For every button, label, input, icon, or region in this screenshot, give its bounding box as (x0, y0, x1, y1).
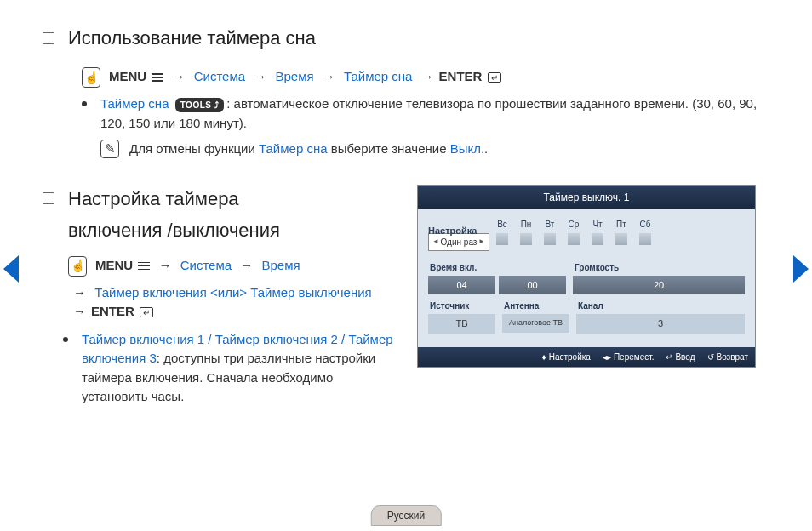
tv-preview-panel: Таймер выключ. 1 Настройка Вс Пн Вт Ср Ч… (417, 185, 756, 368)
chevron-left-icon: ◄ (432, 237, 439, 247)
tv-days: Вс Пн Вт Ср Чт Пт Сб (496, 218, 651, 245)
breadcrumb-text-2: MENU → Система → Время (95, 256, 300, 276)
tv-setup-value: Один раз (441, 236, 477, 248)
crumb-off-timer: Таймер выключения (250, 285, 371, 300)
tv-footer-label: Ввод (675, 351, 695, 363)
updown-icon: ♦ (542, 351, 546, 363)
tv-footer-move: ◂▸Перемест. (603, 351, 655, 363)
day-col: Вт (544, 218, 556, 245)
page-content: Использование таймера сна ☝ MENU → Систе… (0, 0, 812, 422)
section1-desc-row: Таймер сна TOOLS ⤴: автоматическое отклю… (82, 94, 769, 133)
tv-footer-return: ↺Возврат (707, 351, 749, 363)
crumb-on-timer: Таймер включения (94, 285, 207, 300)
section2-header: Настройка таймера (43, 185, 400, 213)
bullet-icon (82, 101, 87, 106)
day-col: Пт (615, 218, 627, 245)
tv-footer-label: Возврат (717, 351, 749, 363)
section1-note: Для отмены функции Таймер сна выберите з… (129, 140, 488, 159)
day-col: Ср (568, 218, 580, 245)
language-tab[interactable]: Русский (371, 505, 442, 526)
day-label: Вс (497, 218, 507, 231)
day-box[interactable] (568, 233, 580, 245)
crumb-system: Система (180, 258, 232, 272)
tv-antenna-label: Антенна (502, 300, 569, 312)
day-label: Ср (569, 218, 580, 231)
tv-footer-enter: ↵Ввод (666, 351, 695, 363)
note-mid: выберите значение (328, 141, 450, 156)
menu-icon (152, 73, 163, 82)
day-label: Пн (521, 218, 532, 231)
bullet-icon (63, 337, 68, 342)
chevron-right-icon: ► (478, 237, 485, 247)
enter-icon (488, 72, 501, 83)
tools-label: TOOLS (180, 100, 212, 110)
section1-note-row: ✎ Для отмены функции Таймер сна выберите… (100, 140, 769, 159)
section-bullet-icon (43, 32, 54, 44)
crumb-time: Время (261, 258, 300, 272)
tv-on-time-label: Время вкл. (428, 261, 566, 274)
crumb-menu: MENU (95, 258, 133, 272)
crumb-time: Время (275, 69, 313, 83)
tv-source-field[interactable]: ТВ (428, 314, 495, 334)
section1-title: Использование таймера сна (68, 24, 316, 52)
day-label: Сб (640, 218, 651, 231)
note-pre: Для отмены функции (129, 141, 259, 156)
tv-footer-label: Настройка (549, 351, 591, 363)
day-box[interactable] (520, 233, 532, 245)
day-label: Пт (616, 218, 626, 231)
note-off: Выкл. (450, 141, 484, 156)
tv-title: Таймер выключ. 1 (418, 186, 755, 209)
day-col: Сб (639, 218, 651, 245)
day-col: Чт (592, 218, 603, 245)
section1-desc: Таймер сна TOOLS ⤴: автоматическое отклю… (100, 94, 769, 133)
note-link: Таймер сна (259, 141, 328, 156)
section2-title-2: включения /выключения (68, 216, 400, 244)
tv-footer-setup: ♦Настройка (542, 351, 591, 363)
day-col: Вс (496, 218, 508, 245)
crumb-or: <или> (210, 285, 247, 300)
note-end: . (484, 141, 488, 156)
section2-desc: Таймер включения 1 / Таймер включения 2 … (82, 330, 400, 407)
tv-footer: ♦Настройка ◂▸Перемест. ↵Ввод ↺Возврат (418, 347, 755, 367)
tv-time-volume-row: Время вкл. 04 00 Громкость 20 (428, 261, 745, 295)
day-col: Пн (520, 218, 532, 245)
tv-min-field[interactable]: 00 (499, 276, 566, 295)
sleep-timer-link: Таймер сна (100, 96, 169, 111)
remote-hand-icon: ☝ (68, 256, 87, 277)
crumb-enter: ENTER (439, 69, 483, 83)
tv-channel-field[interactable]: 3 (576, 314, 745, 334)
leftright-icon: ◂▸ (603, 351, 611, 363)
crumb-menu: MENU (109, 69, 146, 83)
menu-icon (138, 262, 150, 271)
crumb-sleep-timer: Таймер сна (344, 69, 413, 83)
tv-hour-field[interactable]: 04 (428, 276, 495, 295)
section2-breadcrumb-line2: → Таймер включения <или> Таймер выключен… (68, 283, 400, 322)
section2-desc-row: Таймер включения 1 / Таймер включения 2 … (63, 330, 400, 407)
section1-header: Использование таймера сна (43, 24, 769, 52)
day-label: Чт (592, 218, 602, 231)
tv-volume-field[interactable]: 20 (573, 276, 745, 295)
enter-key-icon: ↵ (666, 351, 672, 363)
section1-breadcrumb: ☝ MENU → Система → Время → Таймер сна →E… (82, 67, 769, 88)
section2-breadcrumb: ☝ MENU → Система → Время (68, 256, 400, 277)
day-label: Вт (546, 218, 555, 231)
day-box[interactable] (496, 233, 508, 245)
tv-footer-label: Перемест. (614, 351, 655, 363)
note-icon: ✎ (100, 140, 119, 158)
tv-source-row: Источник ТВ Антенна Аналоговое ТВ Канал … (428, 300, 745, 334)
tools-badge: TOOLS ⤴ (175, 98, 225, 112)
tv-channel-label: Канал (576, 300, 745, 312)
remote-hand-icon: ☝ (82, 67, 100, 88)
enter-icon (140, 307, 153, 317)
day-box[interactable] (592, 233, 603, 245)
crumb-system: Система (194, 69, 245, 83)
day-box[interactable] (544, 233, 556, 245)
section2-title-1: Настройка таймера (68, 185, 239, 213)
day-box[interactable] (639, 233, 651, 245)
tv-source-label: Источник (428, 300, 495, 312)
day-box[interactable] (615, 233, 627, 245)
nav-prev-icon[interactable] (3, 255, 19, 283)
tv-antenna-field[interactable]: Аналоговое ТВ (502, 314, 569, 333)
nav-next-icon[interactable] (793, 255, 809, 283)
tv-volume-label: Громкость (573, 261, 745, 274)
